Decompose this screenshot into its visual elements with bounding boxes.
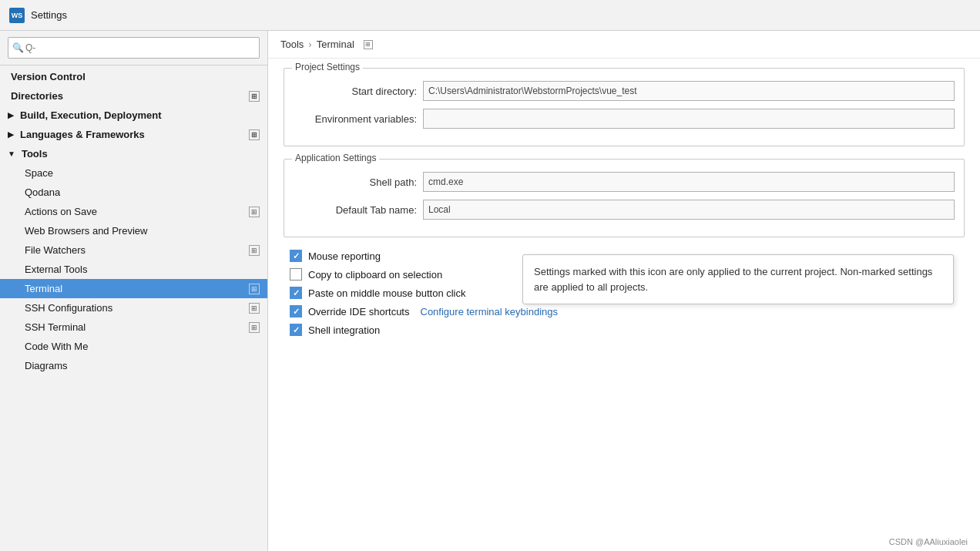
actions-on-save-badge: ⊞: [249, 207, 260, 217]
start-directory-row: Start directory:: [294, 81, 955, 101]
content-area: Tools › Terminal ⊞ Project Settings Star…: [268, 31, 980, 551]
breadcrumb: Tools › Terminal ⊞: [268, 31, 980, 59]
sidebar-item-diagrams[interactable]: Diagrams: [0, 356, 267, 375]
chevron-right-icon: ▶: [8, 130, 14, 139]
checkbox-row-shell-integration: Shell integration: [284, 324, 965, 336]
start-directory-input[interactable]: [423, 81, 955, 101]
sidebar-item-qodana[interactable]: Qodana: [0, 183, 267, 202]
watermark: CSDN @AAliuxiaolei: [889, 537, 968, 546]
checkbox-shell-integration-label: Shell integration: [308, 324, 380, 336]
shell-path-row: Shell path:: [294, 172, 955, 192]
sidebar-item-code-with-me[interactable]: Code With Me: [0, 337, 267, 356]
settings-icon: ⊞: [364, 40, 373, 49]
file-watchers-badge: ⊞: [249, 245, 260, 256]
nav-section: Version Control Directories ⊞ ▶ Build, E…: [0, 66, 267, 377]
breadcrumb-current: Terminal: [317, 39, 354, 50]
sidebar-item-languages[interactable]: ▶ Languages & Frameworks ⊞: [0, 125, 267, 144]
checkbox-paste-middle[interactable]: [290, 287, 302, 299]
start-directory-label: Start directory:: [294, 86, 417, 97]
checkbox-mouse-reporting-label: Mouse reporting: [308, 250, 381, 262]
search-container: 🔍: [0, 31, 267, 66]
title-bar: WS Settings: [0, 0, 980, 31]
app-icon: WS: [9, 8, 25, 23]
checkbox-row-override-shortcuts: Override IDE shortcuts Configure termina…: [284, 305, 965, 317]
sidebar-item-actions-on-save[interactable]: Actions on Save ⊞: [0, 202, 267, 221]
application-settings-group: Application Settings Shell path: Default…: [284, 159, 965, 237]
ssh-terminal-badge: ⊞: [249, 322, 260, 333]
chevron-down-icon: ▼: [8, 150, 15, 158]
languages-badge: ⊞: [249, 129, 260, 140]
project-settings-title: Project Settings: [292, 62, 363, 72]
chevron-right-icon: ▶: [8, 111, 14, 119]
sidebar: 🔍 Version Control Directories ⊞ ▶ Build,…: [0, 31, 268, 551]
checkbox-paste-middle-label: Paste on middle mouse button click: [308, 287, 466, 299]
checkbox-shell-integration[interactable]: [290, 324, 302, 336]
directories-badge: ⊞: [249, 91, 260, 102]
project-settings-content: Start directory: Environment variables:: [284, 69, 964, 146]
sidebar-item-build[interactable]: ▶ Build, Execution, Deployment: [0, 106, 267, 125]
sidebar-item-terminal[interactable]: Terminal ⊞: [0, 279, 267, 298]
sidebar-item-external-tools[interactable]: External Tools: [0, 260, 267, 279]
default-tab-input[interactable]: [423, 200, 955, 220]
main-layout: 🔍 Version Control Directories ⊞ ▶ Build,…: [0, 31, 980, 551]
default-tab-row: Default Tab name:: [294, 200, 955, 220]
default-tab-label: Default Tab name:: [294, 204, 417, 216]
sidebar-item-tools[interactable]: ▼ Tools: [0, 144, 267, 163]
tooltip-text: Settings marked with this icon are only …: [534, 266, 932, 293]
checkbox-copy-clipboard-label: Copy to clipboard on selection: [308, 269, 442, 281]
breadcrumb-separator: ›: [308, 39, 311, 50]
app-title: Settings: [31, 9, 67, 21]
project-settings-group: Project Settings Start directory: Enviro…: [284, 68, 965, 146]
search-icon: 🔍: [12, 42, 24, 53]
sidebar-item-space[interactable]: Space: [0, 163, 267, 183]
sidebar-item-ssh-configurations[interactable]: SSH Configurations ⊞: [0, 298, 267, 317]
search-input[interactable]: [8, 37, 260, 59]
terminal-badge: ⊞: [249, 284, 260, 294]
env-variables-label: Environment variables:: [294, 113, 417, 125]
env-variables-row: Environment variables:: [294, 109, 955, 129]
configure-keybindings-link[interactable]: Configure terminal keybindings: [421, 306, 558, 317]
application-settings-title: Application Settings: [292, 153, 379, 163]
content-body: Project Settings Start directory: Enviro…: [268, 59, 980, 351]
checkbox-override-shortcuts[interactable]: [290, 305, 302, 317]
shell-path-label: Shell path:: [294, 176, 417, 188]
env-variables-input[interactable]: [423, 109, 955, 129]
sidebar-item-directories[interactable]: Directories ⊞: [0, 86, 267, 106]
sidebar-item-version-control[interactable]: Version Control: [0, 67, 267, 86]
tooltip: Settings marked with this icon are only …: [522, 254, 954, 304]
application-settings-content: Shell path: Default Tab name:: [284, 160, 964, 237]
sidebar-item-ssh-terminal[interactable]: SSH Terminal ⊞: [0, 317, 267, 337]
ssh-configs-badge: ⊞: [249, 303, 260, 314]
shell-path-input[interactable]: [423, 172, 955, 192]
checkbox-mouse-reporting[interactable]: [290, 250, 302, 262]
sidebar-item-web-browsers[interactable]: Web Browsers and Preview: [0, 221, 267, 240]
breadcrumb-parent: Tools: [280, 39, 304, 50]
checkbox-override-shortcuts-label: Override IDE shortcuts: [308, 306, 410, 317]
search-wrapper: 🔍: [8, 37, 260, 59]
checkbox-copy-clipboard[interactable]: [290, 268, 302, 281]
sidebar-item-file-watchers[interactable]: File Watchers ⊞: [0, 240, 267, 260]
